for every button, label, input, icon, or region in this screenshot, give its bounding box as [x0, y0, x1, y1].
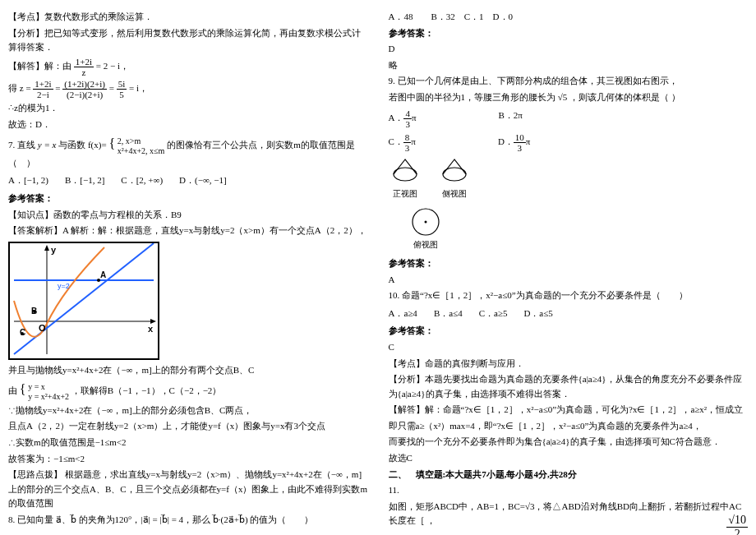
svg-point-10: [424, 220, 426, 223]
answer-8-note: 略: [389, 58, 749, 73]
sol-10c: 而要找的一个充分不必要条件即为集合{a|a≥4}的真子集，由选择项可知C符合题意…: [389, 435, 749, 450]
exam-point: 【考点】复数代数形式的乘除运算．: [8, 10, 368, 25]
frac-1: 1+2i2−i: [33, 79, 53, 99]
q7-opt-d: D．(−∞, −1]: [179, 173, 227, 188]
answer-8: D: [389, 42, 749, 57]
q8-options: A．48 B．32 C．1 D．0: [389, 10, 749, 25]
answer-analysis: 【答案解析】A 解析：解：根据题意，直线y=x与射线y=2（x>m）有一个交点A…: [8, 224, 368, 238]
expr-yx: y = x: [38, 140, 57, 150]
front-view-label: 正视图: [393, 187, 417, 201]
answer-9: A: [389, 273, 749, 288]
svg-point-7: [33, 310, 36, 313]
q11-text: 如图，矩形ABCD中，AB=1，BC=√3，将△ABD沿对角线BD向上翻折，若翻…: [389, 500, 749, 528]
reference-answer-label-r1: 参考答案：: [389, 26, 749, 41]
sol-prefix: 【解答】解：由: [8, 61, 71, 71]
top-view-label: 俯视图: [413, 238, 438, 251]
q7-opt-c: C．[2, +∞): [121, 173, 163, 188]
answer-10: C: [389, 340, 749, 355]
q10-opt-a: A．a≥4: [389, 307, 417, 321]
q10-opt-c: C．a≥5: [479, 307, 508, 321]
left-column: 【考点】复数代数形式的乘除运算． 【分析】把已知等式变形，然后利用复数代数形式的…: [8, 8, 368, 535]
side-view-label: 侧视图: [442, 187, 467, 201]
q10-opt-d: D．a≤5: [523, 307, 552, 321]
sol-10d: 故选C: [389, 451, 749, 466]
q7-options: A．[−1, 2) B．[−1, 2] C．[2, +∞) D．(−∞, −1]: [8, 173, 368, 188]
analysis: 【分析】把已知等式变形，然后利用复数代数形式的乘除运算化简，再由复数求模公式计算…: [8, 26, 368, 55]
knowledge-point: 【知识点】函数的零点与方程根的关系．B9: [8, 208, 368, 223]
front-view: 正视图: [389, 158, 422, 201]
q10-text: 10. 命题“?x∈［1，2］，x²−a≤0”为真命题的一个充分不必要条件是（ …: [389, 288, 749, 303]
graph-svg: y x O A y=2 B C: [10, 243, 158, 358]
top-view-row: 俯视图: [409, 205, 749, 251]
graph-point-a: A: [100, 270, 106, 279]
solution-line-2: 得 z = 1+2i2−i = (1+2i)(2+i)(2−i)(2+i) = …: [8, 79, 368, 99]
svg-point-8: [21, 332, 24, 335]
exam-point-10: 【考点】命题的真假判断与应用．: [389, 357, 749, 371]
modulus-line: ∴z的模为1．: [8, 101, 368, 116]
side-view: 侧视图: [438, 158, 471, 201]
q7-opt-b: B．[−1, 2]: [65, 173, 104, 188]
q9-options: A．43π B．2π: [389, 108, 749, 129]
reference-answer-label-r2: 参考答案：: [389, 256, 749, 271]
choice-line: 故选：D．: [8, 118, 368, 132]
circle-top-icon: [409, 205, 442, 238]
q9-opt-d: D．103π: [498, 132, 531, 153]
graph-y-label: y: [51, 245, 57, 255]
q10-options: A．a≥4 B．a≤4 C．a≥5 D．a≤5: [389, 307, 749, 321]
para-6: 故答案为：−1≤m<2: [8, 452, 368, 467]
q9-opt-a: A．43π: [389, 108, 417, 129]
q10-opt-b: B．a≤4: [434, 307, 463, 321]
q9-opt-c: C．83π: [389, 132, 416, 153]
para-3: ∵抛物线y=x²+4x+2在（−∞，m]上的部分必须包含B、C两点，: [8, 404, 368, 418]
three-views: 正视图 侧视图: [389, 158, 749, 201]
q9-options-2: C．83π D．103π: [389, 132, 749, 153]
graph-y2-label: y=2: [58, 282, 70, 290]
para-1: 并且与抛物线y=x²+4x+2在（−∞，m]上的部分有两个交点B、C: [8, 363, 368, 378]
svg-marker-2: [44, 245, 49, 251]
sol-10a: 【解答】解：命题“?x∈［1，2］，x²−a≤0”为真命题，可化为?x∈［1，2…: [389, 403, 749, 417]
frac-2: (1+2i)(2+i)(2−i)(2+i): [62, 79, 107, 99]
cone-front-icon: [389, 158, 422, 187]
q11-frac: √102: [726, 514, 748, 535]
q9-text-a: 9. 已知一个几何体是由上、下两部分构成的组合体，其三视图如右图示，: [389, 74, 749, 89]
q11-number: 11.: [389, 483, 749, 498]
fraction-expr: 1+2iz: [74, 57, 94, 77]
function-graph: y x O A y=2 B C: [8, 242, 159, 360]
q7-opt-a: A．[−1, 2): [8, 173, 48, 188]
piecewise-func: f(x)= { 2, x>m x²+4x+2, x≤m: [88, 140, 167, 150]
cone-side-icon: [438, 158, 471, 187]
frac-3: 5i5: [117, 79, 127, 99]
graph-origin: O: [39, 323, 46, 333]
reference-answer-label-r3: 参考答案：: [389, 324, 749, 339]
q7-text: 7. 直线 y = x 与函数 f(x)= { 2, x>m x²+4x+2, …: [8, 133, 368, 170]
para-2: 由 { y = x y = x²+4x+2 ，联解得B（−1，−1），C（−2，…: [8, 379, 368, 401]
right-column: A．48 B．32 C．1 D．0 参考答案： D 略 9. 已知一个几何体是由…: [389, 8, 749, 535]
top-view: 俯视图: [409, 205, 442, 251]
solution-line-1: 【解答】解：由 1+2iz = 2 − i，: [8, 57, 368, 77]
sol-10b: 即只需a≥（x²）max=4，即“?x∈［1，2］，x²−a≤0”为真命题的充要…: [389, 419, 749, 434]
svg-point-6: [97, 279, 100, 282]
reference-answer-label: 参考答案：: [8, 191, 368, 206]
q8-text: 8. 已知向量 a⃗、b⃗ 的夹角为120°，|a⃗| = |b⃗| = 4，那…: [8, 513, 368, 528]
q9-text-b: 若图中圆的半径为1，等腰三角形的腰长为 √5 ，则该几何体的体积是（ ）: [389, 90, 749, 105]
thought-process: 【思路点拨】 根据题意，求出直线y=x与射线y=2（x>m）、抛物线y=x²+4…: [8, 468, 368, 511]
graph-x-label: x: [148, 324, 154, 334]
section-2-header: 二、 填空题:本大题共7小题,每小题4分,共28分: [389, 468, 749, 482]
analysis-10: 【分析】本题先要找出命题为真命题的充要条件{a|a≥4}，从集合的角度充分不必要…: [389, 372, 749, 401]
para-4: 且点A（2，2）一定在射线y=2（x>m）上，才能使y=f（x）图象与y=x有3…: [8, 419, 368, 434]
para-5: ∴实数m的取值范围是−1≤m<2: [8, 436, 368, 450]
q9-opt-b: B．2π: [499, 108, 523, 129]
